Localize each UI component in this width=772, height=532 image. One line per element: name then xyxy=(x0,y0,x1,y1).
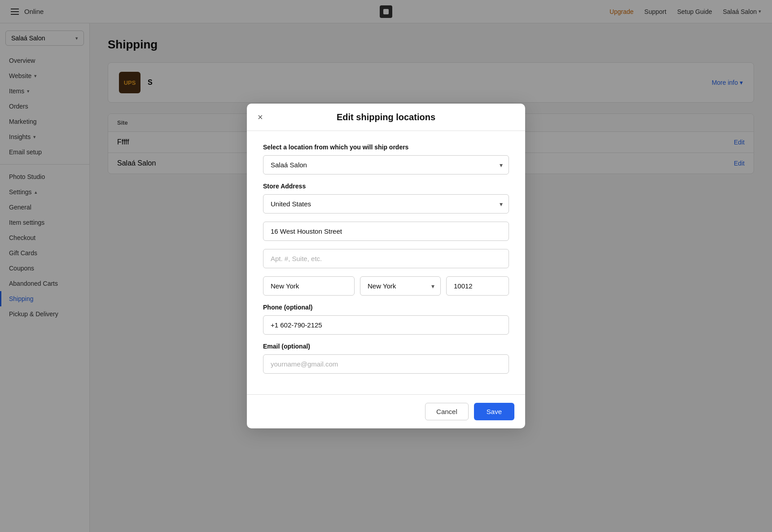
city-input[interactable] xyxy=(263,276,355,296)
location-select[interactable]: Salaá Salon xyxy=(263,155,509,174)
location-select-label: Select a location from which you will sh… xyxy=(263,144,509,151)
cancel-button[interactable]: Cancel xyxy=(425,403,469,420)
modal-close-button[interactable]: × xyxy=(258,113,263,122)
email-input[interactable] xyxy=(263,354,509,374)
modal-overlay: × Edit shipping locations Select a locat… xyxy=(0,0,772,532)
modal-footer: Cancel Save xyxy=(247,394,525,428)
state-group: New YorkCaliforniaTexasFloridaIllinois ▾ xyxy=(360,276,441,296)
zip-input[interactable] xyxy=(446,276,509,296)
state-select-wrapper: New YorkCaliforniaTexasFloridaIllinois ▾ xyxy=(360,276,441,296)
phone-group: Phone (optional) xyxy=(263,304,509,335)
street-address-group xyxy=(263,222,509,241)
save-button[interactable]: Save xyxy=(474,403,514,420)
location-select-wrapper: Salaá Salon ▾ xyxy=(263,155,509,174)
country-select[interactable]: United StatesCanadaUnited KingdomAustral… xyxy=(263,194,509,214)
city-group xyxy=(263,276,355,296)
street-address-input[interactable] xyxy=(263,222,509,241)
email-label: Email (optional) xyxy=(263,343,509,350)
apt-suite-input[interactable] xyxy=(263,249,509,268)
modal-body: Select a location from which you will sh… xyxy=(247,131,525,394)
country-select-group: United StatesCanadaUnited KingdomAustral… xyxy=(263,194,509,214)
store-address-label: Store Address xyxy=(263,183,509,190)
modal-header: × Edit shipping locations xyxy=(247,104,525,131)
location-select-group: Select a location from which you will sh… xyxy=(263,144,509,174)
city-state-zip-row: New YorkCaliforniaTexasFloridaIllinois ▾ xyxy=(263,276,509,304)
apt-suite-group xyxy=(263,249,509,268)
phone-label: Phone (optional) xyxy=(263,304,509,311)
state-select[interactable]: New YorkCaliforniaTexasFloridaIllinois xyxy=(360,276,441,296)
email-group: Email (optional) xyxy=(263,343,509,374)
zip-group xyxy=(446,276,509,296)
edit-shipping-modal: × Edit shipping locations Select a locat… xyxy=(247,104,525,428)
modal-title: Edit shipping locations xyxy=(337,112,435,122)
phone-input[interactable] xyxy=(263,315,509,335)
country-select-wrapper: United StatesCanadaUnited KingdomAustral… xyxy=(263,194,509,214)
